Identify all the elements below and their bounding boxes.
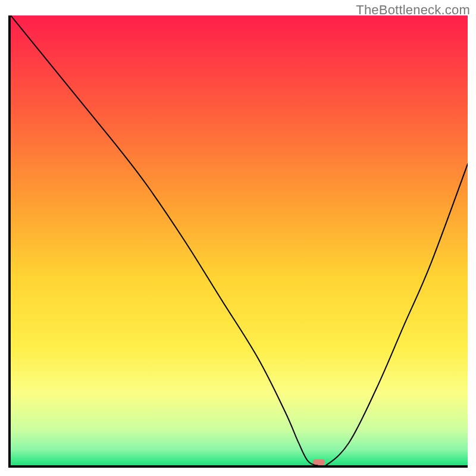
plot-area [8,15,468,468]
chart-container: TheBottleneck.com [0,0,476,476]
curve-layer [11,15,468,465]
watermark-label: TheBottleneck.com [356,2,470,18]
optimal-marker [313,459,325,465]
bottleneck-curve [11,15,468,465]
